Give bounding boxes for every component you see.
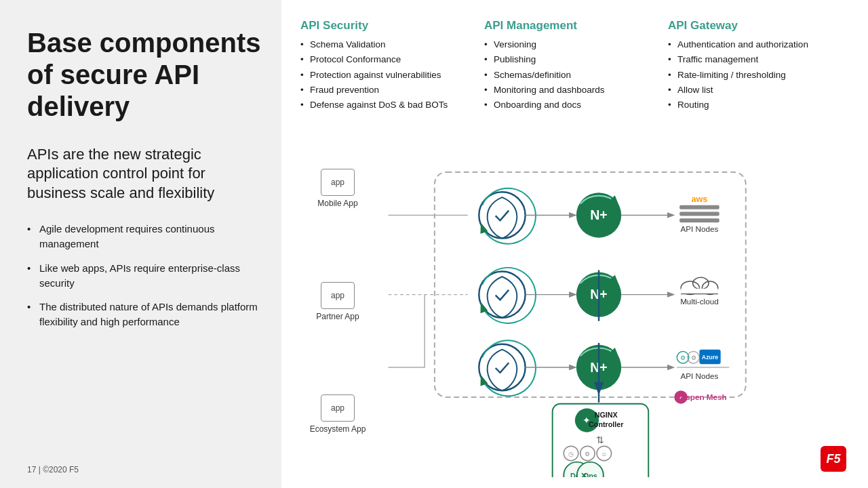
check-2 <box>496 290 509 300</box>
gw-item-3: Rate-limiting / thresholding <box>668 68 845 82</box>
aws-text: aws <box>691 195 707 204</box>
security-section: API Security Schema Validation Protocol … <box>300 19 484 113</box>
nginx-label-1: N+ <box>590 208 608 223</box>
f5-logo: F5 <box>821 446 846 472</box>
gateway-heading: API Gateway <box>668 19 845 33</box>
top-columns: API Security Schema Validation Protocol … <box>300 19 852 113</box>
check-3 <box>496 363 509 373</box>
aws-bar-1 <box>679 205 719 209</box>
ctrl-icon-text-1: ◷ <box>568 451 574 458</box>
ecosystem-app-tag: app <box>331 403 344 413</box>
gateway-section: API Gateway Authentication and authoriza… <box>668 19 852 113</box>
mgmt-item-3: Schemas/definition <box>484 68 661 82</box>
diagram-svg: N+ N+ N+ <box>375 125 852 477</box>
azure-icon-text-1: ⚙ <box>680 355 686 362</box>
gw-item-2: Traffic management <box>668 53 845 66</box>
mobile-app-label: Mobile App <box>317 199 357 208</box>
security-item-3: Protection against vulnerabilities <box>300 68 477 82</box>
ctrl-double-arrow: ⇅ <box>596 436 604 446</box>
ctrl-icon-text-3: ☺ <box>601 451 607 458</box>
ctrl-title-2: Controller <box>589 420 624 428</box>
left-content: Base components of secure API delivery A… <box>27 27 261 339</box>
aspen-label: Aspen Mesh <box>680 392 727 401</box>
azure-icon-text-2: ⚙ <box>691 355 696 362</box>
bullet-item-2: Like web apps, APIs require enterprise-c… <box>27 261 261 291</box>
security-item-1: Schema Validation <box>300 38 477 52</box>
ctrl-icon-text-2: ⚙ <box>585 451 590 458</box>
ctrl-title-1: NGINX <box>595 411 618 419</box>
check-1 <box>496 211 509 221</box>
aws-bar-3 <box>679 219 719 223</box>
diagram-main: N+ N+ N+ <box>375 125 852 477</box>
gw-item-5: Routing <box>668 98 845 112</box>
gw-item-4: Allow list <box>668 83 845 97</box>
left-footer: 17 | ©2020 F5 <box>27 465 261 474</box>
mgmt-item-1: Versioning <box>484 38 661 52</box>
gw-item-1: Authentication and authorization <box>668 38 845 52</box>
partner-app-box: app <box>321 282 355 309</box>
security-item-5: Defense against DoS & bad BOTs <box>300 98 477 112</box>
multicloud-label: Multi-cloud <box>680 298 719 306</box>
security-item-4: Fraud prevention <box>300 83 477 97</box>
partner-app-tag: app <box>331 291 344 300</box>
right-panel: API Security Schema Validation Protocol … <box>281 0 868 488</box>
mobile-app-tag: app <box>331 178 344 187</box>
azure-text: Azure <box>702 354 718 361</box>
security-list: Schema Validation Protocol Conformance P… <box>300 38 477 112</box>
partner-app-item: app Partner App <box>316 282 359 321</box>
cloud-bottom-fill <box>681 289 718 294</box>
management-heading: API Management <box>484 19 661 33</box>
ecosystem-app-box: app <box>321 394 355 422</box>
cloud-shape-2 <box>693 277 709 289</box>
management-list: Versioning Publishing Schemas/definition… <box>484 38 661 112</box>
gateway-list: Authentication and authorization Traffic… <box>668 38 845 112</box>
mobile-app-item: app Mobile App <box>317 169 357 208</box>
bullet-item-1: Agile development requires continuous ma… <box>27 222 261 251</box>
api-nodes-label-1: API Nodes <box>680 224 718 233</box>
ecosystem-app-label: Ecosystem App <box>310 424 366 434</box>
mgmt-item-5: Onboarding and docs <box>484 98 661 112</box>
left-panel: Base components of secure API delivery A… <box>0 0 281 488</box>
diagram-area: app Mobile App app Partner App app Ecosy… <box>300 125 852 477</box>
aws-bar-2 <box>679 212 719 216</box>
bullet-item-3: The distributed nature of APIs demands p… <box>27 300 261 329</box>
main-title: Base components of secure API delivery <box>27 27 261 123</box>
security-item-2: Protocol Conformance <box>300 53 477 66</box>
mgmt-item-2: Publishing <box>484 53 661 66</box>
ecosystem-app-item: app Ecosystem App <box>310 394 366 434</box>
management-section: API Management Versioning Publishing Sch… <box>484 19 668 113</box>
apps-column: app Mobile App app Partner App app Ecosy… <box>300 125 375 477</box>
devops-x: ✕ <box>580 471 587 477</box>
bullet-list: Agile development requires continuous ma… <box>27 222 261 329</box>
partner-app-label: Partner App <box>316 312 359 321</box>
mobile-app-box: app <box>321 169 355 196</box>
api-nodes-label-2: API Nodes <box>680 371 718 380</box>
mgmt-item-4: Monitoring and dashboards <box>484 83 661 97</box>
sub-tagline: APIs are the new strategic application c… <box>27 145 261 203</box>
line-ecosystem <box>389 295 425 367</box>
security-heading: API Security <box>300 19 477 33</box>
